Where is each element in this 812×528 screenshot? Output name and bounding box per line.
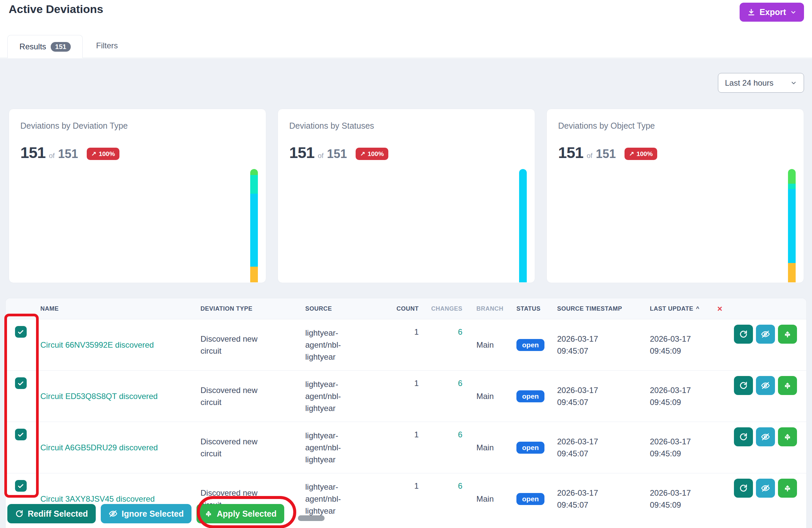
rediff-button[interactable] xyxy=(734,376,753,395)
delta-badge: ↗ 100% xyxy=(624,148,657,160)
source-cell: lightyear-agent/nbl-lightyear xyxy=(299,327,393,363)
rediff-icon xyxy=(739,381,748,390)
row-checkbox[interactable] xyxy=(15,429,27,440)
table-row: Circuit A6GB5DRU29 discovered Discovered… xyxy=(6,422,806,473)
deviation-type-cell: Discovered new circuit xyxy=(196,436,299,460)
arrow-up-right-icon: ↗ xyxy=(629,150,634,158)
card-deviations-by-status: Deviations by Statuses 151 of 151 ↗ 100% xyxy=(278,109,535,283)
last-update-cell: 2026-03-1709:45:09 xyxy=(648,487,711,511)
time-range-select[interactable]: Last 24 hours xyxy=(718,73,804,93)
column-header-status[interactable]: STATUS xyxy=(508,305,551,312)
tab-bar: Results 151 Filters xyxy=(0,35,812,58)
ignore-button[interactable] xyxy=(756,376,775,395)
deviation-type-cell: Discovered new circuit xyxy=(196,384,299,408)
sort-ascending-icon: ^ xyxy=(696,305,699,312)
card-deviations-by-object-type: Deviations by Object Type 151 of 151 ↗ 1… xyxy=(547,109,804,283)
arrow-up-right-icon: ↗ xyxy=(91,150,97,158)
status-badge: open xyxy=(517,390,545,402)
ignore-button[interactable] xyxy=(756,427,775,446)
stat-cards-row: Deviations by Deviation Type 151 of 151 … xyxy=(9,109,804,283)
changes-link[interactable]: 6 xyxy=(458,430,462,439)
column-header-last-update[interactable]: LAST UPDATE ^ xyxy=(648,305,711,312)
row-checkbox[interactable] xyxy=(15,480,27,492)
changes-link[interactable]: 6 xyxy=(458,327,462,336)
check-icon xyxy=(17,380,24,387)
card-title: Deviations by Deviation Type xyxy=(20,121,255,131)
horizontal-scrollbar-thumb[interactable] xyxy=(298,515,324,521)
rediff-selected-button[interactable]: Rediff Selected xyxy=(8,504,96,523)
column-header-count[interactable]: COUNT xyxy=(393,305,423,312)
table-row: Circuit 66NV35992E discovered Discovered… xyxy=(6,319,806,370)
check-icon xyxy=(17,431,24,438)
changes-link[interactable]: 6 xyxy=(458,481,462,490)
status-badge: open xyxy=(517,442,545,454)
source-timestamp-cell: 2026-03-1709:45:07 xyxy=(551,436,648,460)
tab-results-label: Results xyxy=(19,42,46,51)
apply-arrows-icon xyxy=(783,381,792,390)
rediff-icon xyxy=(739,330,748,339)
bulk-action-bar: Rediff Selected Ignore Selected Apply Se… xyxy=(8,504,284,523)
ignore-button[interactable] xyxy=(756,325,775,344)
delta-value: 100% xyxy=(99,150,115,158)
ignore-button[interactable] xyxy=(756,479,775,498)
ignore-selected-label: Ignore Selected xyxy=(122,509,184,519)
apply-button[interactable] xyxy=(778,427,797,446)
stat-value: 151 xyxy=(289,143,314,162)
card-deviations-by-type: Deviations by Deviation Type 151 of 151 … xyxy=(9,109,266,283)
apply-button[interactable] xyxy=(778,376,797,395)
table-header-row: NAME DEVIATION TYPE SOURCE COUNT CHANGES… xyxy=(6,298,806,319)
apply-button[interactable] xyxy=(778,325,797,344)
eye-slash-icon xyxy=(760,432,770,442)
ignore-selected-button[interactable]: Ignore Selected xyxy=(101,504,191,523)
branch-cell: Main xyxy=(464,443,508,452)
rediff-icon xyxy=(739,432,748,441)
source-cell: lightyear-agent/nbl-lightyear xyxy=(299,430,393,466)
check-icon xyxy=(17,328,24,336)
last-update-cell: 2026-03-1709:45:09 xyxy=(648,384,711,408)
eye-slash-icon xyxy=(760,329,770,339)
tab-results[interactable]: Results 151 xyxy=(8,35,83,58)
eye-slash-icon xyxy=(108,509,118,518)
deviation-link[interactable]: Circuit ED53Q8S8QT discovered xyxy=(40,392,158,401)
chevron-down-icon xyxy=(790,9,797,16)
row-checkbox[interactable] xyxy=(15,326,27,338)
rediff-icon xyxy=(15,509,24,518)
deviation-link[interactable]: Circuit 3AXY8JSV45 discovered xyxy=(40,494,155,503)
rediff-button[interactable] xyxy=(734,479,753,498)
apply-arrows-icon xyxy=(204,509,213,518)
download-icon xyxy=(747,8,756,17)
column-header-source[interactable]: SOURCE xyxy=(299,305,393,312)
export-button[interactable]: Export xyxy=(740,3,804,22)
source-timestamp-cell: 2026-03-1709:45:07 xyxy=(551,384,648,408)
apply-selected-button[interactable]: Apply Selected xyxy=(197,504,284,523)
column-header-changes[interactable]: CHANGES xyxy=(423,305,464,312)
rediff-button[interactable] xyxy=(734,427,753,446)
apply-button[interactable] xyxy=(778,479,797,498)
apply-arrows-icon xyxy=(783,484,792,493)
column-header-deviation-type[interactable]: DEVIATION TYPE xyxy=(196,305,299,312)
last-update-cell: 2026-03-1709:45:09 xyxy=(648,436,711,460)
deviation-link[interactable]: Circuit A6GB5DRU29 discovered xyxy=(40,443,158,452)
column-header-source-timestamp[interactable]: SOURCE TIMESTAMP xyxy=(551,305,648,312)
tab-filters[interactable]: Filters xyxy=(93,41,121,58)
chevron-down-icon xyxy=(790,80,797,86)
clear-sort-icon[interactable]: × xyxy=(711,304,806,313)
check-icon xyxy=(17,482,24,490)
source-cell: lightyear-agent/nbl-lightyear xyxy=(299,378,393,414)
export-label: Export xyxy=(759,7,786,17)
column-header-name[interactable]: NAME xyxy=(36,305,196,312)
apply-arrows-icon xyxy=(783,330,792,339)
stacked-bar-chart xyxy=(250,169,258,282)
card-title: Deviations by Statuses xyxy=(289,121,523,131)
stat-value: 151 xyxy=(558,143,583,162)
stat-of-label: of xyxy=(586,152,593,160)
arrow-up-right-icon: ↗ xyxy=(360,150,365,158)
stacked-bar-chart xyxy=(519,169,527,282)
rediff-icon xyxy=(739,484,748,493)
row-checkbox[interactable] xyxy=(15,377,27,389)
deviation-link[interactable]: Circuit 66NV35992E discovered xyxy=(40,340,154,349)
delta-badge: ↗ 100% xyxy=(356,148,388,160)
rediff-button[interactable] xyxy=(734,325,753,344)
changes-link[interactable]: 6 xyxy=(458,379,462,388)
column-header-branch[interactable]: BRANCH xyxy=(464,305,508,312)
